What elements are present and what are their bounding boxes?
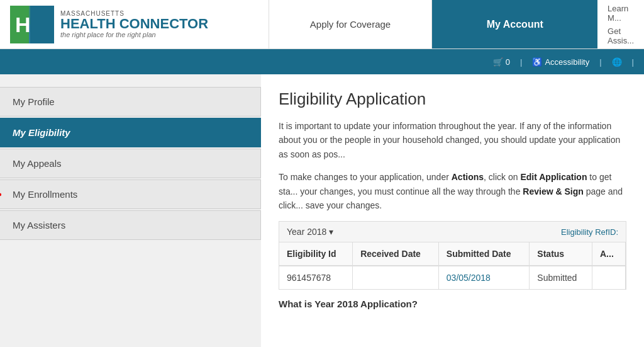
col-eligibility-id: Eligibility Id [279,242,353,266]
col-submitted-date: Submitted Date [438,242,530,266]
year-label: Year 2018 [287,227,326,237]
sub-header: 🛒 0 | ♿ Accessibility | 🌐 | [0,49,644,74]
apply-for-coverage-nav[interactable]: Apply for Coverage [269,0,433,48]
cart-icon: 🛒 [493,57,503,67]
sidebar-item-my-enrollments[interactable]: My Enrollments [0,179,261,209]
accessibility-label: Accessibility [545,57,589,67]
svg-rect-4 [30,6,54,43]
eligibility-ref: Eligibility RefID: [561,227,618,237]
content-area: Eligibility Application It is important … [261,74,644,347]
sidebar-item-my-appeals[interactable]: My Appeals [0,149,261,178]
divider1: | [520,57,522,67]
accessibility-item[interactable]: ♿ Accessibility [532,57,589,67]
header: H MASSACHUSETTS HEALTH CONNECTOR the rig… [0,0,644,49]
page-title: Eligibility Application [279,89,626,109]
get-assis-label[interactable]: Get Assis... [608,26,634,45]
what-is-title: What is Year 2018 Application? [279,299,626,309]
logo-text: MASSACHUSETTS HEALTH CONNECTOR the right… [60,10,208,38]
sidebar-item-label: My Assisters [13,220,65,230]
sidebar-item-my-eligibility[interactable]: My Eligibility [0,118,261,147]
actions-bold: Actions [452,172,484,182]
sidebar-item-label: My Profile [13,96,55,107]
globe-item[interactable]: 🌐 [612,57,622,67]
sidebar-item-label: My Appeals [13,158,62,169]
table-row: 961457678 03/05/2018 Submitted [279,266,626,289]
divider3: | [632,57,634,67]
eligibility-table: Eligibility Id Received Date Submitted D… [279,242,626,289]
table-header-row: Eligibility Id Received Date Submitted D… [279,242,626,266]
accessibility-icon: ♿ [532,57,542,67]
edit-application-bold: Edit Application [520,172,587,182]
cell-received-date [353,266,439,289]
learn-more-label[interactable]: Learn M... [608,4,634,23]
col-status: Status [530,242,592,266]
cell-submitted-date: 03/05/2018 [438,266,530,289]
sidebar-item-my-assisters[interactable]: My Assisters [0,210,261,240]
review-sign-bold: Review & Sign [523,186,583,196]
svg-marker-5 [0,183,1,206]
col-action: A... [592,242,626,266]
year-bar: Year 2018 ▾ Eligibility RefID: [279,221,626,242]
divider2: | [599,57,601,67]
cell-eligibility-id: 961457678 [279,266,353,289]
globe-icon: 🌐 [612,57,622,67]
logo-area: H MASSACHUSETTS HEALTH CONNECTOR the rig… [0,0,269,48]
tagline-label: the right place for the right plan [60,31,208,38]
sidebar-item-label: My Enrollments [13,189,77,200]
sidebar-item-label: My Eligibility [13,127,70,138]
description2: To make changes to your application, und… [279,170,626,212]
col-received-date: Received Date [353,242,439,266]
right-nav: Learn M... Get Assis... [597,0,644,48]
eligibility-table-container: Eligibility Id Received Date Submitted D… [279,242,626,290]
health-connector-logo-icon: H [10,6,54,43]
my-account-nav[interactable]: My Account [432,0,597,48]
main-layout: My Profile My Eligibility My Appeals My … [0,74,644,347]
cart-item[interactable]: 🛒 0 [493,57,510,67]
year-selector[interactable]: Year 2018 ▾ [287,227,333,237]
sidebar-item-my-profile[interactable]: My Profile [0,87,261,117]
health-connector-label: HEALTH CONNECTOR [60,17,208,31]
arrow-icon [0,183,1,206]
dropdown-icon: ▾ [329,227,333,237]
cell-action[interactable] [592,266,626,289]
cell-status: Submitted [530,266,592,289]
description1: It is important to update your informati… [279,119,626,161]
sidebar: My Profile My Eligibility My Appeals My … [0,74,261,347]
svg-text:H: H [15,13,31,37]
cart-count: 0 [506,57,510,67]
